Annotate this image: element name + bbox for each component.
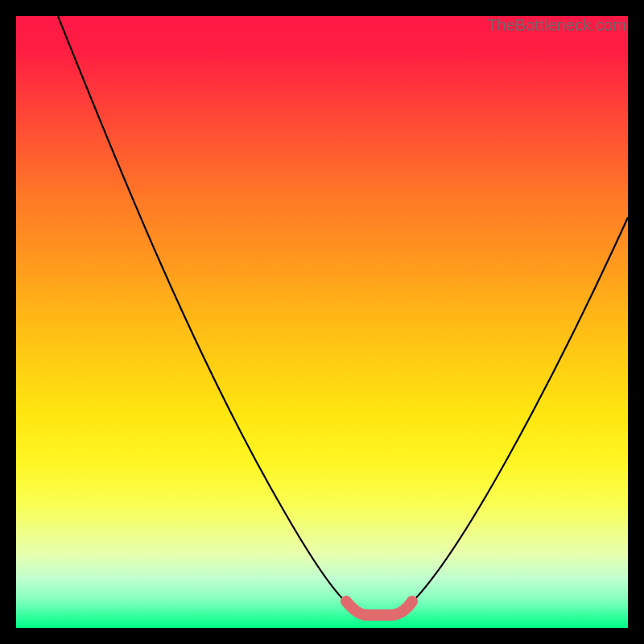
- watermark-text: TheBottleneck.com: [487, 16, 626, 35]
- curve-right-branch: [411, 217, 628, 604]
- optimal-dip-highlight: [346, 601, 412, 615]
- chart-stage: TheBottleneck.com: [0, 0, 644, 644]
- plot-area: [16, 16, 628, 628]
- curve-layer: [16, 16, 628, 628]
- curve-left-branch: [58, 16, 348, 604]
